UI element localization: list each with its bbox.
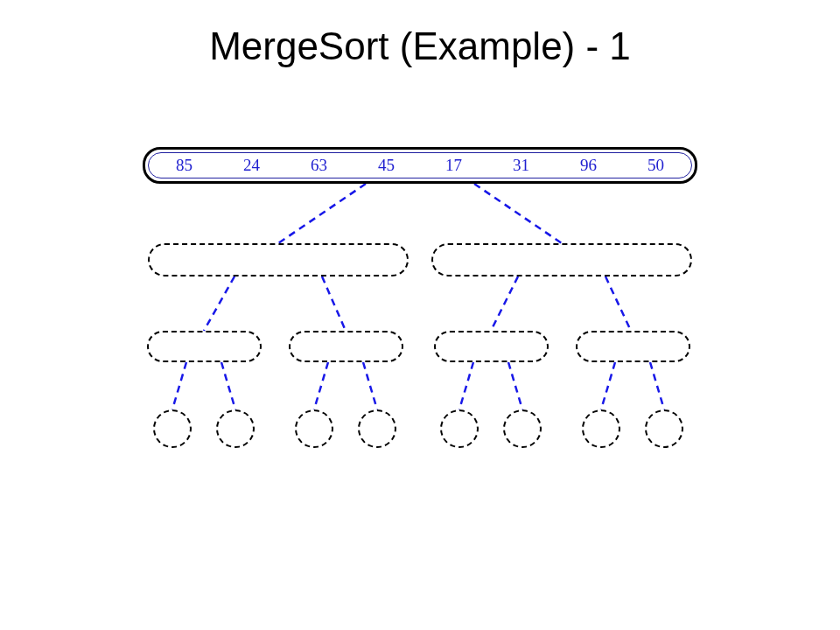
array-value: 24 <box>243 156 260 175</box>
page-title: MergeSort (Example) - 1 <box>0 24 840 68</box>
mergesort-tree-diagram: 85 24 63 45 17 31 96 50 <box>143 147 697 480</box>
leaf-node-3 <box>358 410 396 448</box>
svg-line-6 <box>172 362 186 410</box>
svg-line-9 <box>363 362 377 410</box>
array-value: 45 <box>378 156 395 175</box>
array-value: 63 <box>311 156 327 175</box>
level2-node-0 <box>147 331 262 362</box>
array-value: 85 <box>176 156 192 175</box>
leaf-node-1 <box>216 410 255 448</box>
leaf-node-2 <box>295 410 333 448</box>
array-value: 50 <box>648 156 664 175</box>
level2-node-3 <box>576 331 690 362</box>
svg-line-10 <box>459 362 473 410</box>
svg-line-7 <box>221 362 235 410</box>
svg-line-5 <box>606 276 631 331</box>
array-value: 96 <box>580 156 597 175</box>
svg-line-8 <box>314 362 328 410</box>
svg-line-3 <box>322 276 346 331</box>
leaf-node-5 <box>503 410 542 448</box>
root-node: 85 24 63 45 17 31 96 50 <box>143 147 697 184</box>
svg-line-2 <box>204 276 234 331</box>
level2-node-1 <box>289 331 403 362</box>
array-value: 17 <box>445 156 462 175</box>
leaf-node-4 <box>440 410 479 448</box>
svg-line-12 <box>601 362 615 410</box>
leaf-node-0 <box>153 410 192 448</box>
level2-node-2 <box>434 331 549 362</box>
leaf-node-6 <box>582 410 620 448</box>
svg-line-1 <box>474 184 562 243</box>
array-value: 31 <box>513 156 529 175</box>
level1-node-left <box>148 243 409 276</box>
svg-line-0 <box>278 184 366 243</box>
svg-line-4 <box>491 276 518 331</box>
svg-line-13 <box>650 362 664 410</box>
level1-node-right <box>431 243 692 276</box>
leaf-node-7 <box>645 410 683 448</box>
svg-line-11 <box>508 362 522 410</box>
